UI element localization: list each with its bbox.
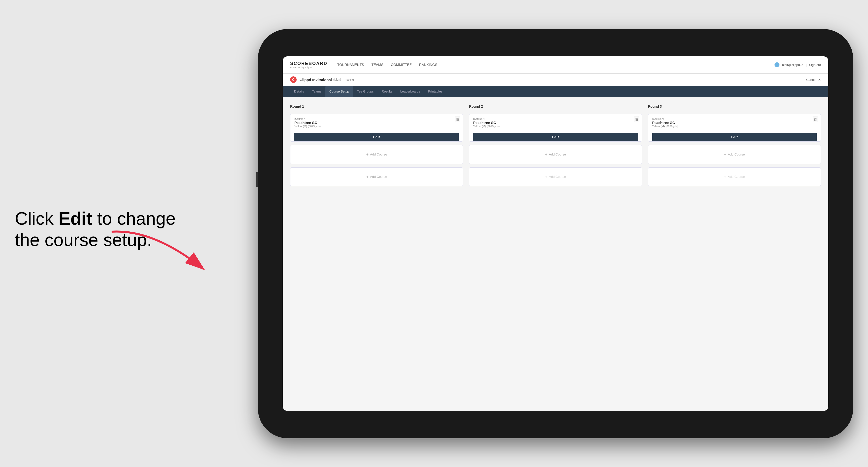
round-3-delete-button[interactable]: 🗑 <box>813 117 818 122</box>
nav-teams[interactable]: TEAMS <box>372 62 383 68</box>
tab-course-setup[interactable]: Course Setup <box>326 86 353 97</box>
round-1-course-detail: Yellow (M) (6629 yds) <box>294 125 459 128</box>
round-1-title: Round 1 <box>290 104 463 108</box>
round-1-course-card: (Course A) Peachtree GC Yellow (M) (6629… <box>290 114 463 142</box>
cancel-x-icon: ✕ <box>818 78 821 82</box>
round-3-column: Round 3 (Course A) Peachtree GC Yellow (… <box>648 104 821 186</box>
round-1-course-name: Peachtree GC <box>294 121 459 125</box>
nav-tournaments[interactable]: TOURNAMENTS <box>337 62 364 68</box>
main-content: Round 1 (Course A) Peachtree GC Yellow (… <box>283 97 828 411</box>
round-1-column: Round 1 (Course A) Peachtree GC Yellow (… <box>290 104 463 186</box>
tab-details[interactable]: Details <box>290 86 308 97</box>
round-2-column: Round 2 (Course A) Peachtree GC Yellow (… <box>469 104 642 186</box>
logo-area: SCOREBOARD Powered by clippdl <box>290 61 328 69</box>
round-1-delete-button[interactable]: 🗑 <box>455 117 460 122</box>
user-avatar <box>775 62 779 67</box>
round-1-edit-button[interactable]: Edit <box>294 133 459 142</box>
plus-icon-4: + <box>545 175 547 179</box>
tab-printables[interactable]: Printables <box>424 86 446 97</box>
round-3-title: Round 3 <box>648 104 821 108</box>
round-1-add-course-1[interactable]: + Add Course <box>290 145 463 164</box>
plus-icon-1: + <box>366 152 369 157</box>
round-2-add-course-2: + Add Course <box>469 167 642 186</box>
instruction-text: Click Edit to change the course setup. <box>15 208 188 251</box>
round-2-title: Round 2 <box>469 104 642 108</box>
round-3-course-name: Peachtree GC <box>652 121 817 125</box>
side-button <box>256 172 258 187</box>
trash-icon-3: 🗑 <box>814 117 817 121</box>
round-1-add-course-2[interactable]: + Add Course <box>290 167 463 186</box>
tab-tee-groups[interactable]: Tee Groups <box>353 86 378 97</box>
nav-rankings[interactable]: RANKINGS <box>419 62 437 68</box>
sign-out-link[interactable]: Sign out <box>809 63 821 67</box>
round-1-course-label: (Course A) <box>294 118 459 120</box>
tablet-screen: SCOREBOARD Powered by clippdl TOURNAMENT… <box>283 56 828 411</box>
user-email: blair@clippd.io <box>782 63 803 67</box>
cancel-button[interactable]: Cancel ✕ <box>806 78 821 82</box>
top-nav: SCOREBOARD Powered by clippdl TOURNAMENT… <box>283 56 828 74</box>
logo-sub: Powered by clippdl <box>290 66 328 69</box>
plus-icon-2: + <box>366 175 369 179</box>
round-3-course-detail: Yellow (M) (6629 yds) <box>652 125 817 128</box>
tournament-gender: (Men) <box>333 78 341 81</box>
nav-committee[interactable]: COMMITTEE <box>391 62 412 68</box>
round-2-course-label: (Course A) <box>473 118 638 120</box>
tab-bar: Details Teams Course Setup Tee Groups Re… <box>283 86 828 97</box>
hosting-badge: Hosting <box>344 78 354 81</box>
rounds-container: Round 1 (Course A) Peachtree GC Yellow (… <box>290 104 821 186</box>
tab-results[interactable]: Results <box>378 86 396 97</box>
nav-links: TOURNAMENTS TEAMS COMMITTEE RANKINGS <box>337 62 775 68</box>
tab-teams[interactable]: Teams <box>308 86 326 97</box>
round-2-course-detail: Yellow (M) (6629 yds) <box>473 125 638 128</box>
trash-icon-2: 🗑 <box>635 117 638 121</box>
nav-right: blair@clippd.io | Sign out <box>775 62 821 67</box>
round-2-add-course-1[interactable]: + Add Course <box>469 145 642 164</box>
sub-header: C Clippd Invitational (Men) Hosting Canc… <box>283 74 828 86</box>
round-2-edit-button[interactable]: Edit <box>473 133 638 142</box>
round-3-edit-button[interactable]: Edit <box>652 133 817 142</box>
round-3-course-label: (Course A) <box>652 118 817 120</box>
plus-icon-3: + <box>545 152 547 157</box>
round-3-add-course-1[interactable]: + Add Course <box>648 145 821 164</box>
tournament-name: Clippd Invitational <box>300 77 332 82</box>
brand-logo: C <box>290 76 297 83</box>
trash-icon: 🗑 <box>456 117 459 121</box>
logo-scoreboard: SCOREBOARD <box>290 61 328 66</box>
instruction-bold: Edit <box>59 209 92 228</box>
round-2-course-name: Peachtree GC <box>473 121 638 125</box>
round-2-delete-button[interactable]: 🗑 <box>634 117 639 122</box>
instruction-prefix: Click <box>15 209 59 228</box>
separator: | <box>806 63 806 67</box>
plus-icon-5: + <box>724 152 726 157</box>
tablet-frame: SCOREBOARD Powered by clippdl TOURNAMENT… <box>258 29 853 438</box>
round-3-course-card: (Course A) Peachtree GC Yellow (M) (6629… <box>648 114 821 142</box>
round-3-add-course-2: + Add Course <box>648 167 821 186</box>
plus-icon-6: + <box>724 175 726 179</box>
round-2-course-card: (Course A) Peachtree GC Yellow (M) (6629… <box>469 114 642 142</box>
tab-leaderboards[interactable]: Leaderboards <box>396 86 424 97</box>
